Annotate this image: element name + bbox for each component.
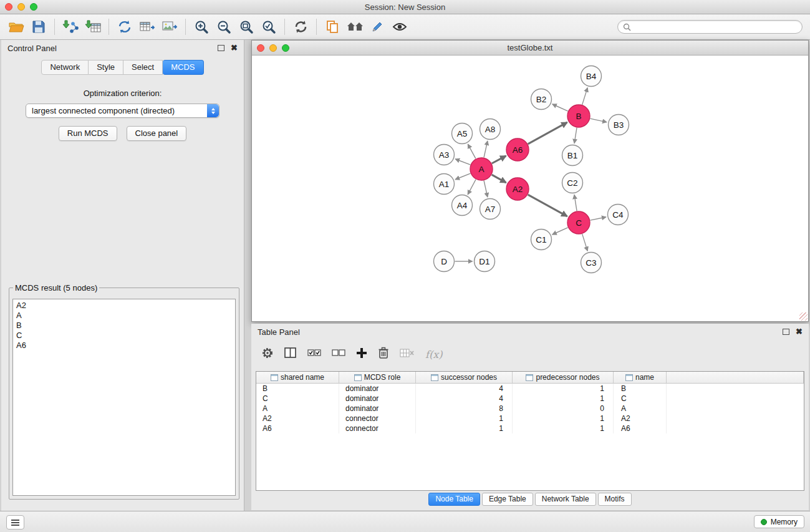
home-views-button[interactable]: [344, 16, 366, 37]
import-table-button[interactable]: [82, 16, 104, 37]
node-A8[interactable]: A8: [480, 119, 501, 140]
node-B1[interactable]: B1: [562, 145, 583, 166]
edge-C-C2[interactable]: [574, 195, 577, 211]
zoom-out-button[interactable]: [213, 16, 235, 37]
table-row[interactable]: A6connector11A6: [256, 423, 804, 433]
refresh-button[interactable]: [289, 16, 312, 37]
node-D[interactable]: D: [434, 251, 455, 272]
copy-views-button[interactable]: [321, 16, 344, 37]
resize-grip[interactable]: [799, 312, 808, 321]
export-network-button[interactable]: [113, 16, 136, 37]
node-B2[interactable]: B2: [531, 89, 552, 110]
node-B[interactable]: B: [567, 105, 590, 127]
function-builder-button[interactable]: f(x): [425, 349, 442, 360]
edge-A-A1[interactable]: [455, 173, 470, 180]
edge-A-A2[interactable]: [492, 175, 506, 183]
table-cell[interactable]: 8: [416, 404, 513, 414]
tab-edge-table[interactable]: Edge Table: [482, 493, 533, 506]
add-column-button[interactable]: [356, 347, 367, 361]
table-cell[interactable]: A2: [614, 414, 667, 423]
table-cell[interactable]: A: [256, 404, 339, 414]
table-cell[interactable]: A6: [256, 423, 339, 433]
node-B4[interactable]: B4: [581, 66, 602, 87]
export-table-button[interactable]: [136, 16, 158, 37]
node-A[interactable]: A: [470, 158, 493, 180]
edge-A-A3[interactable]: [455, 159, 470, 165]
float-panel-icon[interactable]: [218, 45, 224, 51]
table-cell[interactable]: 1: [513, 423, 614, 433]
search-box[interactable]: [617, 20, 803, 34]
table-cell[interactable]: 0: [513, 404, 614, 414]
edge-A6-B[interactable]: [528, 122, 567, 144]
edge-A-A7[interactable]: [484, 181, 488, 197]
table-row[interactable]: Bdominator41B: [256, 384, 804, 394]
table-settings-button[interactable]: [261, 347, 274, 362]
memory-button[interactable]: Memory: [754, 515, 804, 528]
node-A4[interactable]: A4: [452, 195, 473, 216]
delete-column-button[interactable]: [378, 347, 389, 362]
table-cell[interactable]: 1: [513, 384, 614, 394]
criterion-dropdown[interactable]: largest connected component (directed): [26, 104, 219, 118]
edge-A-A6[interactable]: [492, 156, 506, 163]
result-item[interactable]: A2: [16, 301, 232, 311]
node-C2[interactable]: C2: [562, 173, 583, 193]
table-row[interactable]: Cdominator41C: [256, 394, 804, 404]
table-cell[interactable]: 4: [416, 384, 513, 394]
edge-B-B3[interactable]: [591, 118, 607, 122]
column-header-name[interactable]: name: [614, 372, 667, 383]
zoom-fit-button[interactable]: [235, 16, 258, 37]
show-columns-button[interactable]: [284, 347, 297, 361]
table-cell[interactable]: A: [614, 404, 667, 414]
mcds-result-list[interactable]: A2ABCA6: [12, 299, 236, 496]
float-table-panel-icon[interactable]: [783, 329, 789, 335]
table-cell[interactable]: connector: [339, 414, 416, 423]
node-A2[interactable]: A2: [506, 178, 529, 200]
result-item[interactable]: C: [16, 331, 232, 341]
node-C4[interactable]: C4: [608, 205, 629, 225]
zoom-selected-button[interactable]: [258, 16, 280, 37]
column-header-successor-nodes[interactable]: successor nodes: [416, 372, 513, 383]
table-cell[interactable]: C: [614, 394, 667, 404]
deselect-all-button[interactable]: [332, 349, 345, 360]
close-panel-button[interactable]: Close panel: [127, 126, 187, 141]
edge-A-A8[interactable]: [484, 141, 488, 157]
close-panel-icon[interactable]: ✖: [231, 44, 238, 52]
table-cell[interactable]: 1: [513, 414, 614, 423]
table-cell[interactable]: B: [614, 384, 667, 394]
open-session-button[interactable]: [5, 16, 27, 37]
tab-style[interactable]: Style: [89, 60, 123, 75]
result-item[interactable]: A6: [16, 341, 232, 351]
run-mcds-button[interactable]: Run MCDS: [59, 126, 117, 141]
table-cell[interactable]: A2: [256, 414, 339, 423]
result-item[interactable]: B: [16, 321, 232, 331]
search-input[interactable]: [634, 22, 797, 32]
table-row[interactable]: A2connector11A2: [256, 414, 804, 423]
edge-B-B2[interactable]: [552, 104, 568, 111]
node-A5[interactable]: A5: [452, 123, 473, 144]
node-D1[interactable]: D1: [475, 251, 495, 272]
zoom-in-button[interactable]: [190, 16, 213, 37]
table-cell[interactable]: connector: [339, 423, 416, 433]
node-C[interactable]: C: [567, 211, 590, 234]
task-history-button[interactable]: [6, 515, 24, 530]
column-header-shared-name[interactable]: shared name: [256, 372, 339, 383]
close-table-panel-icon[interactable]: ✖: [796, 328, 803, 336]
edge-B-B4[interactable]: [582, 88, 588, 105]
table-cell[interactable]: 1: [513, 394, 614, 404]
style-pen-button[interactable]: [366, 16, 388, 37]
tab-motifs[interactable]: Motifs: [598, 493, 632, 506]
tab-network[interactable]: Network: [41, 60, 89, 75]
table-cell[interactable]: dominator: [339, 394, 416, 404]
table-cell[interactable]: 4: [416, 394, 513, 404]
node-A7[interactable]: A7: [480, 199, 501, 220]
edge-C-C3[interactable]: [582, 234, 588, 251]
column-header-mcds-role[interactable]: MCDS role: [339, 372, 416, 383]
table-cell[interactable]: 1: [416, 423, 513, 433]
table-cell[interactable]: dominator: [339, 404, 416, 414]
edge-B-B1[interactable]: [574, 128, 577, 143]
network-canvas[interactable]: B4B2BB3A8A5A6A3B1AC2A1A2A4A7C4CC1C3DD1: [252, 56, 808, 321]
table-cell[interactable]: B: [256, 384, 339, 394]
node-C1[interactable]: C1: [531, 230, 552, 250]
table-cell[interactable]: 1: [416, 414, 513, 423]
edge-C-C4[interactable]: [591, 217, 606, 220]
